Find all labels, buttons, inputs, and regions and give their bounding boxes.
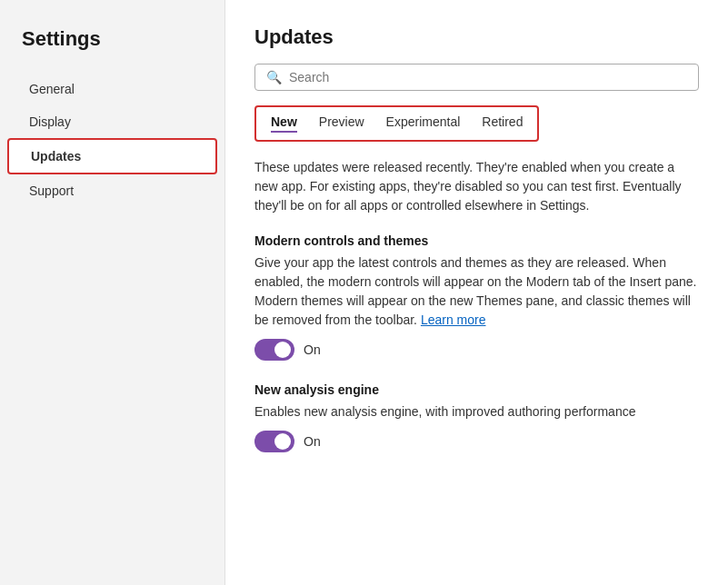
main-content: Updates 🔍 New Preview Experimental Retir… bbox=[225, 0, 728, 585]
sidebar-item-display[interactable]: Display bbox=[7, 105, 217, 138]
search-bar: 🔍 bbox=[254, 64, 699, 91]
page-title: Updates bbox=[254, 25, 699, 49]
toggle-knob bbox=[274, 433, 291, 450]
feature-description: Give your app the latest controls and th… bbox=[254, 253, 699, 330]
toggle-row-analysis: On bbox=[254, 431, 699, 452]
toggle-knob bbox=[274, 342, 291, 358]
sidebar-title: Settings bbox=[0, 18, 224, 73]
analysis-engine-toggle[interactable] bbox=[254, 431, 294, 452]
feature-analysis-engine: New analysis engine Enables new analysis… bbox=[254, 382, 699, 452]
tab-experimental[interactable]: Experimental bbox=[386, 114, 461, 133]
feature-description: Enables new analysis engine, with improv… bbox=[254, 402, 699, 421]
sidebar-item-label: Updates bbox=[31, 149, 81, 164]
learn-more-link[interactable]: Learn more bbox=[421, 312, 486, 327]
search-input[interactable] bbox=[289, 70, 687, 84]
tab-retired[interactable]: Retired bbox=[482, 114, 523, 133]
modern-controls-toggle[interactable] bbox=[254, 339, 294, 361]
toggle-label: On bbox=[304, 342, 321, 357]
sidebar-item-label: General bbox=[29, 82, 75, 96]
search-icon: 🔍 bbox=[266, 70, 282, 84]
toggle-label: On bbox=[304, 434, 321, 449]
sidebar-item-support[interactable]: Support bbox=[7, 174, 217, 207]
sidebar-item-label: Support bbox=[29, 183, 74, 198]
toggle-row-modern: On bbox=[254, 339, 699, 361]
sidebar: Settings General Display Updates Support bbox=[0, 0, 225, 585]
updates-description: These updates were released recently. Th… bbox=[254, 158, 691, 215]
feature-title: Modern controls and themes bbox=[254, 233, 699, 248]
sidebar-item-general[interactable]: General bbox=[7, 73, 217, 105]
feature-title: New analysis engine bbox=[254, 382, 699, 397]
sidebar-item-label: Display bbox=[29, 114, 71, 129]
feature-modern-controls: Modern controls and themes Give your app… bbox=[254, 233, 699, 361]
tab-new[interactable]: New bbox=[271, 114, 297, 133]
sidebar-item-updates[interactable]: Updates bbox=[7, 138, 217, 174]
tab-preview[interactable]: Preview bbox=[319, 114, 364, 133]
tabs-container: New Preview Experimental Retired bbox=[254, 105, 539, 142]
